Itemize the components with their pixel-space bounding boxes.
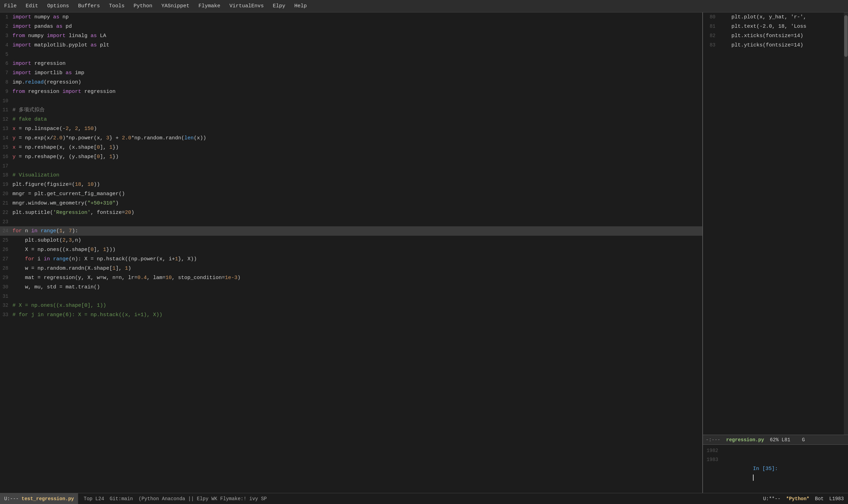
line-number-7: 7 (0, 68, 12, 77)
statusbar-mid: Top L24 Git:main (Python Anaconda || Elp… (78, 493, 272, 504)
statusbar-mode-left: U:--- (4, 496, 19, 502)
menu-flymake[interactable]: Flymake (197, 2, 222, 10)
menu-buffers[interactable]: Buffers (77, 2, 101, 10)
menubar: File Edit Options Buffers Tools Python Y… (0, 0, 848, 12)
menu-yasnippet[interactable]: YASnippet (160, 2, 191, 10)
menu-options[interactable]: Options (46, 2, 70, 10)
line-number-2: 2 (0, 22, 12, 31)
line-content-30[interactable]: w, mu, std = mat.train() (12, 283, 702, 292)
right-modeline-mode: -:--- (706, 437, 726, 443)
statusbar-bot: Bot (815, 496, 824, 502)
line-content-12[interactable]: # fake data (12, 115, 702, 124)
statusbar-mode-right: U:**-- (763, 496, 780, 502)
right-pane: 80 plt.plot(x, y_hat, 'r-',81 plt.text(-… (702, 12, 848, 493)
code-line-28: 28 w = np.random.randn(X.shape[1], 1) (0, 264, 702, 273)
ipython-area[interactable]: 1982 1983 In [35]: (703, 444, 848, 493)
line-content-26[interactable]: X = np.ones((x.shape[0], 1})) (12, 245, 702, 254)
statusbar-position: Top L24 (84, 496, 104, 502)
line-number-30: 30 (0, 283, 12, 292)
line-number-21: 21 (0, 199, 12, 208)
menu-file[interactable]: File (3, 2, 18, 10)
line-number-27: 27 (0, 254, 12, 263)
line-content-16[interactable]: y = np.reshape(y, (y.shape[0], 1}) (12, 153, 702, 162)
line-number-8: 8 (0, 78, 12, 87)
line-number-29: 29 (0, 273, 12, 282)
line-number-12: 12 (0, 115, 12, 124)
line-content-25[interactable]: plt.subplot(2,3,n) (12, 236, 702, 245)
line-number-1: 1 (0, 12, 12, 21)
line-content-11[interactable]: # 多项式拟合 (12, 106, 702, 115)
line-content-19[interactable]: plt.figure(figsize=(18, 10)) (12, 180, 702, 189)
line-content-32[interactable]: # X = np.ones((x.shape[0], 1)) (12, 301, 702, 310)
code-line-6: 6import regression (0, 59, 702, 68)
scrollbar-thumb[interactable] (844, 15, 848, 57)
code-line-22: 22plt.suptitle('Regression', fontsize=20… (0, 208, 702, 217)
code-line-30: 30 w, mu, std = mat.train() (0, 283, 702, 292)
menu-help[interactable]: Help (293, 2, 308, 10)
line-content-22[interactable]: plt.suptitle('Regression', fontsize=20) (12, 208, 702, 217)
line-number-28: 28 (0, 264, 12, 273)
ipython-line-1982: 1982 (706, 446, 845, 455)
line-number-24: 24 (0, 226, 12, 235)
line-content-27[interactable]: for i in range(n): X = np.hstack((np.pow… (12, 255, 702, 264)
line-number-6: 6 (0, 59, 12, 68)
menu-virtualenvs[interactable]: VirtualEnvs (228, 2, 265, 10)
line-content-14[interactable]: y = np.exp(x/2.0)*np.power(x, 3} + 2.0*n… (12, 134, 702, 143)
menu-edit[interactable]: Edit (24, 2, 40, 10)
right-line-82: 82 plt.xticks(fontsize=14) (703, 31, 844, 41)
line-content-8[interactable]: imp.reload(regression) (12, 78, 702, 87)
line-content-15[interactable]: x = np.reshape(x, (x.shape[0], 1}) (12, 143, 702, 152)
line-content-29[interactable]: mat = regression(y, X, w=w, n=n, lr=0.4,… (12, 273, 702, 283)
right-modeline: -:--- regression.py 62% L81 G (703, 435, 848, 444)
code-line-26: 26 X = np.ones((x.shape[0], 1})) (0, 245, 702, 254)
line-content-6[interactable]: import regression (12, 59, 702, 68)
line-content-20[interactable]: mngr = plt.get_current_fig_manager() (12, 190, 702, 199)
code-line-13: 13x = np.linspace(-2, 2, 150) (0, 124, 702, 133)
code-line-12: 12# fake data (0, 115, 702, 124)
code-line-25: 25 plt.subplot(2,3,n) (0, 236, 702, 245)
line-content-1[interactable]: import numpy as np (12, 13, 702, 22)
line-number-26: 26 (0, 245, 12, 254)
main-area: 1import numpy as np2import pandas as pd3… (0, 12, 848, 493)
statusbar-git: Git:main (110, 496, 133, 502)
menu-tools[interactable]: Tools (108, 2, 126, 10)
line-content-21[interactable]: mngr.window.wm_geometry("+50+310") (12, 199, 702, 208)
line-number-4: 4 (0, 41, 12, 50)
ipython-line-1983: 1983 In [35]: (706, 455, 845, 492)
statusbar-line-info: L1983 (829, 496, 844, 502)
line-number-23: 23 (0, 217, 12, 226)
editor-pane[interactable]: 1import numpy as np2import pandas as pd3… (0, 12, 702, 493)
line-content-4[interactable]: import matplotlib.pyplot as plt (12, 41, 702, 50)
line-content-3[interactable]: from numpy import linalg as LA (12, 32, 702, 41)
menu-python[interactable]: Python (132, 2, 154, 10)
line-content-2[interactable]: import pandas as pd (12, 22, 702, 31)
code-line-19: 19plt.figure(figsize=(18, 10)) (0, 180, 702, 189)
line-number-3: 3 (0, 31, 12, 40)
line-content-18[interactable]: # Visualization (12, 171, 702, 180)
line-content-28[interactable]: w = np.random.randn(X.shape[1], 1) (12, 264, 702, 273)
statusbar-filename[interactable]: test_regression.py (22, 496, 74, 502)
line-content-24[interactable]: for n in range(1, 7): (12, 227, 702, 236)
right-code-area: 80 plt.plot(x, y_hat, 'r-',81 plt.text(-… (703, 12, 844, 435)
line-number-22: 22 (0, 208, 12, 217)
code-line-7: 7import importlib as imp (0, 68, 702, 78)
code-line-21: 21mngr.window.wm_geometry("+50+310") (0, 199, 702, 208)
code-line-18: 18# Visualization (0, 171, 702, 180)
code-line-15: 15x = np.reshape(x, (x.shape[0], 1}) (0, 143, 702, 152)
statusbar-python-label: *Python* (786, 496, 809, 502)
cursor (753, 475, 754, 481)
line-number-5: 5 (0, 50, 12, 59)
code-line-27: 27 for i in range(n): X = np.hstack((np.… (0, 254, 702, 264)
code-line-8: 8imp.reload(regression) (0, 78, 702, 87)
right-modeline-filename: regression.py (726, 437, 764, 443)
menu-elpy[interactable]: Elpy (271, 2, 287, 10)
line-number-9: 9 (0, 87, 12, 96)
line-content-9[interactable]: from regression import regression (12, 87, 702, 96)
line-content-33[interactable]: # for j in range(6): X = np.hstack((x, i… (12, 311, 702, 320)
right-modeline-info: 62% L81 G (764, 437, 805, 443)
line-content-7[interactable]: import importlib as imp (12, 69, 702, 78)
code-line-16: 16y = np.reshape(y, (y.shape[0], 1}) (0, 152, 702, 162)
code-line-3: 3from numpy import linalg as LA (0, 31, 702, 41)
line-number-10: 10 (0, 96, 12, 105)
line-content-13[interactable]: x = np.linspace(-2, 2, 150) (12, 124, 702, 133)
